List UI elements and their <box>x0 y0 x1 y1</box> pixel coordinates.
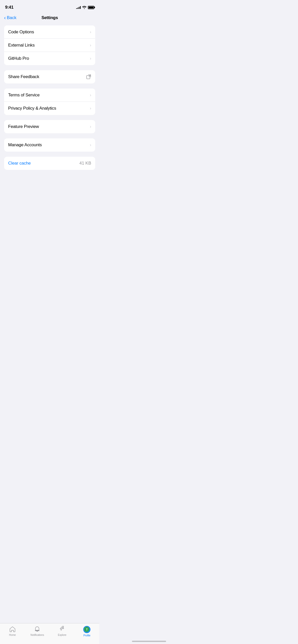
settings-group-3: Terms of Service › Privacy Policy & Anal… <box>4 89 95 115</box>
settings-group-5: Manage Accounts › <box>4 138 95 152</box>
clear-cache-label: Clear cache <box>8 161 31 166</box>
external-links-row[interactable]: External Links › <box>4 39 95 52</box>
status-bar: 9:41 <box>0 0 99 13</box>
terms-of-service-row[interactable]: Terms of Service › <box>4 89 95 102</box>
signal-icon <box>76 6 81 9</box>
chevron-right-icon: › <box>90 143 91 147</box>
code-options-row[interactable]: Code Options › <box>4 25 95 39</box>
settings-group-4: Feature Preview › <box>4 120 95 133</box>
privacy-policy-label: Privacy Policy & Analytics <box>8 106 56 111</box>
share-feedback-label: Share Feedback <box>8 74 39 79</box>
wifi-icon <box>82 6 86 9</box>
code-options-label: Code Options <box>8 30 34 35</box>
nav-header: ‹ Back Settings <box>0 13 99 23</box>
manage-accounts-row[interactable]: Manage Accounts › <box>4 138 95 152</box>
page-title: Settings <box>42 15 58 20</box>
github-pro-row[interactable]: GitHub Pro › <box>4 52 95 65</box>
share-feedback-row[interactable]: Share Feedback <box>4 70 95 83</box>
privacy-policy-row[interactable]: Privacy Policy & Analytics › <box>4 102 95 115</box>
external-links-label: External Links <box>8 43 35 48</box>
manage-accounts-label: Manage Accounts <box>8 142 42 148</box>
battery-icon <box>88 6 94 9</box>
back-button[interactable]: ‹ Back <box>4 15 16 21</box>
back-label: Back <box>7 15 17 20</box>
settings-group-6: Clear cache 41 KB <box>4 157 95 170</box>
feature-preview-label: Feature Preview <box>8 124 39 129</box>
clear-cache-row[interactable]: Clear cache 41 KB <box>4 157 95 170</box>
terms-of-service-label: Terms of Service <box>8 93 39 98</box>
chevron-right-icon: › <box>90 93 91 97</box>
cache-size-value: 41 KB <box>79 161 91 166</box>
chevron-right-icon: › <box>90 56 91 61</box>
settings-group-2: Share Feedback <box>4 70 95 83</box>
chevron-right-icon: › <box>90 124 91 129</box>
chevron-right-icon: › <box>90 106 91 111</box>
settings-content: Code Options › External Links › GitHub P… <box>0 23 99 200</box>
chevron-right-icon: › <box>90 43 91 48</box>
external-link-icon <box>86 74 91 79</box>
status-time: 9:41 <box>5 5 13 10</box>
chevron-right-icon: › <box>90 30 91 34</box>
feature-preview-row[interactable]: Feature Preview › <box>4 120 95 133</box>
github-pro-label: GitHub Pro <box>8 56 29 61</box>
back-chevron-icon: ‹ <box>4 15 6 21</box>
settings-group-1: Code Options › External Links › GitHub P… <box>4 25 95 65</box>
status-icons <box>76 6 94 9</box>
